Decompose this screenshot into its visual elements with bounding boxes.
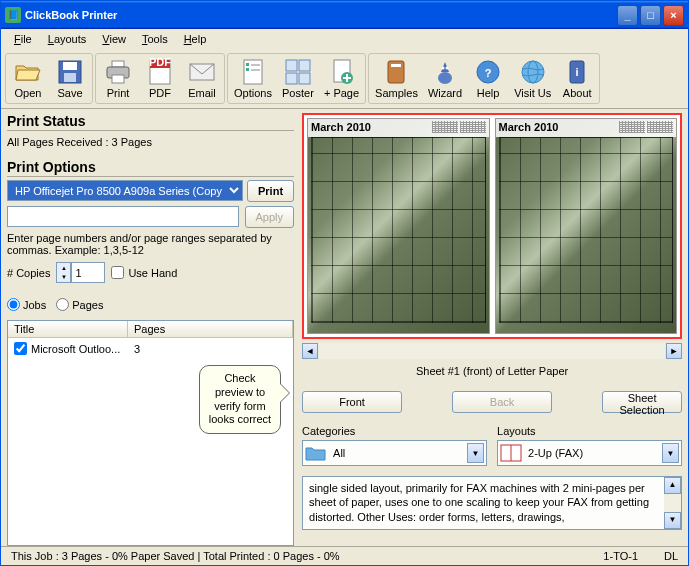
svg-rect-2 bbox=[64, 73, 76, 82]
app-icon: 📘 bbox=[5, 7, 21, 23]
radio-jobs[interactable] bbox=[7, 298, 20, 311]
print-button[interactable]: Print bbox=[247, 180, 294, 202]
desc-scroll-down[interactable]: ▼ bbox=[664, 512, 681, 529]
list-header-pages[interactable]: Pages bbox=[128, 321, 293, 337]
print-status-text: All Pages Received : 3 Pages bbox=[7, 134, 294, 154]
menu-help[interactable]: Help bbox=[177, 31, 214, 47]
toolbar-wizard[interactable]: Wizard bbox=[424, 56, 466, 101]
svg-text:?: ? bbox=[485, 67, 492, 79]
menu-layouts[interactable]: Layouts bbox=[41, 31, 94, 47]
page-range-hint: Enter page numbers and/or page ranges se… bbox=[7, 232, 294, 256]
window-title: ClickBook Printer bbox=[25, 9, 617, 21]
toolbar-visit[interactable]: Visit Us bbox=[510, 56, 555, 101]
menubar: File Layouts View Tools Help bbox=[1, 29, 688, 49]
toolbar-addpage[interactable]: + Page bbox=[320, 56, 363, 101]
categories-select[interactable]: All ▼ bbox=[302, 440, 487, 466]
menu-view[interactable]: View bbox=[95, 31, 133, 47]
toolbar-pdf[interactable]: PDFPDF bbox=[140, 56, 180, 101]
svg-rect-1 bbox=[63, 62, 77, 70]
statusbar: This Job : 3 Pages - 0% Paper Saved | To… bbox=[1, 546, 688, 565]
svg-text:PDF: PDF bbox=[149, 58, 171, 68]
status-dl: DL bbox=[642, 550, 682, 562]
toolbar-options[interactable]: Options bbox=[230, 56, 276, 101]
preview-scroll-right[interactable]: ► bbox=[666, 343, 682, 359]
folder-icon bbox=[305, 444, 327, 462]
print-icon bbox=[104, 58, 132, 86]
list-header-title[interactable]: Title bbox=[8, 321, 128, 337]
preview-page-right: March 2010 bbox=[495, 118, 678, 334]
save-icon bbox=[56, 58, 84, 86]
radio-pages[interactable] bbox=[56, 298, 69, 311]
minimize-button[interactable]: _ bbox=[617, 5, 638, 26]
list-item[interactable]: Microsoft Outloo... 3 bbox=[8, 338, 293, 359]
page-range-input[interactable] bbox=[7, 206, 239, 227]
svg-text:i: i bbox=[576, 66, 579, 78]
svg-rect-12 bbox=[246, 68, 249, 71]
about-icon: i bbox=[563, 58, 591, 86]
sheet-selection-button[interactable]: Sheet Selection bbox=[602, 391, 682, 413]
copies-label: # Copies bbox=[7, 267, 50, 279]
status-scale: 1-TO-1 bbox=[599, 550, 642, 562]
layout-description: single sided layout, primarily for FAX m… bbox=[302, 476, 682, 530]
preview-scrollbar[interactable] bbox=[319, 343, 665, 359]
toolbar-help[interactable]: ?Help bbox=[468, 56, 508, 101]
front-button[interactable]: Front bbox=[302, 391, 402, 413]
svg-point-28 bbox=[522, 61, 544, 83]
preview-scroll-left[interactable]: ◄ bbox=[302, 343, 318, 359]
layouts-select[interactable]: 2-Up (FAX) ▼ bbox=[497, 440, 682, 466]
chevron-down-icon: ▼ bbox=[467, 443, 484, 463]
svg-rect-11 bbox=[246, 63, 249, 66]
back-button: Back bbox=[452, 391, 552, 413]
copies-down[interactable]: ▼ bbox=[57, 272, 70, 281]
copies-input[interactable] bbox=[71, 262, 105, 283]
desc-scroll-up[interactable]: ▲ bbox=[664, 477, 681, 494]
globe-icon bbox=[519, 58, 547, 86]
addpage-icon bbox=[328, 58, 356, 86]
callout-tooltip: Check preview to verify form looks corre… bbox=[199, 365, 281, 434]
svg-rect-16 bbox=[299, 60, 310, 71]
wizard-icon bbox=[431, 58, 459, 86]
use-hand-label: Use Hand bbox=[128, 267, 177, 279]
toolbar-open[interactable]: Open bbox=[8, 56, 48, 101]
svg-rect-5 bbox=[112, 75, 124, 83]
toolbar-poster[interactable]: Poster bbox=[278, 56, 318, 101]
samples-icon bbox=[382, 58, 410, 86]
svg-point-23 bbox=[438, 72, 452, 84]
status-left: This Job : 3 Pages - 0% Paper Saved | To… bbox=[7, 550, 344, 562]
toolbar-samples[interactable]: Samples bbox=[371, 56, 422, 101]
toolbar-about[interactable]: iAbout bbox=[557, 56, 597, 101]
help-icon: ? bbox=[474, 58, 502, 86]
email-icon bbox=[188, 58, 216, 86]
job-checkbox[interactable] bbox=[14, 342, 27, 355]
svg-rect-18 bbox=[299, 73, 310, 84]
use-hand-checkbox[interactable] bbox=[111, 266, 124, 279]
toolbar-save[interactable]: Save bbox=[50, 56, 90, 101]
titlebar: 📘 ClickBook Printer _ □ × bbox=[1, 1, 688, 29]
preview-caption: Sheet #1 (front) of Letter Paper bbox=[302, 363, 682, 383]
preview-page-left: March 2010 bbox=[307, 118, 490, 334]
svg-point-24 bbox=[442, 67, 445, 70]
print-options-heading: Print Options bbox=[7, 159, 294, 177]
copies-up[interactable]: ▲ bbox=[57, 263, 70, 272]
print-status-heading: Print Status bbox=[7, 113, 294, 131]
menu-tools[interactable]: Tools bbox=[135, 31, 175, 47]
folder-open-icon bbox=[14, 58, 42, 86]
close-button[interactable]: × bbox=[663, 5, 684, 26]
layouts-label: Layouts bbox=[497, 425, 682, 437]
layout-icon bbox=[500, 444, 522, 462]
toolbar-email[interactable]: Email bbox=[182, 56, 222, 101]
pdf-icon: PDF bbox=[146, 58, 174, 86]
svg-rect-3 bbox=[112, 61, 124, 67]
svg-rect-22 bbox=[391, 64, 401, 67]
chevron-down-icon: ▼ bbox=[662, 443, 679, 463]
maximize-button[interactable]: □ bbox=[640, 5, 661, 26]
toolbar: Open Save Print PDFPDF Email Options Pos… bbox=[1, 49, 688, 109]
menu-file[interactable]: File bbox=[7, 31, 39, 47]
printer-select[interactable]: HP Officejet Pro 8500 A909a Series (Copy bbox=[7, 180, 243, 201]
toolbar-print[interactable]: Print bbox=[98, 56, 138, 101]
svg-rect-15 bbox=[286, 60, 297, 71]
poster-icon bbox=[284, 58, 312, 86]
svg-point-25 bbox=[446, 67, 449, 70]
categories-label: Categories bbox=[302, 425, 487, 437]
options-icon bbox=[239, 58, 267, 86]
